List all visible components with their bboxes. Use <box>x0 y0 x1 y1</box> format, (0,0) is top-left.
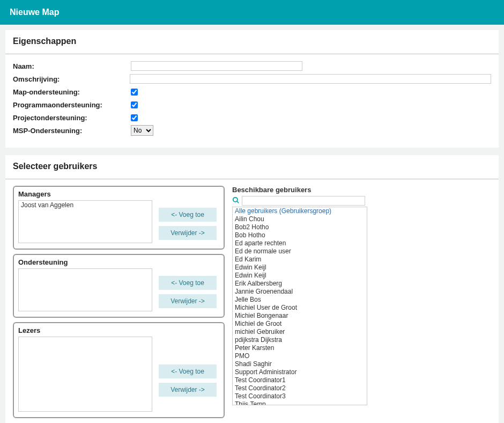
support-label: Ondersteuning <box>18 258 219 266</box>
managers-add-button[interactable]: <- Voeg toe <box>159 208 217 222</box>
available-user-item[interactable]: Support Administrator <box>233 368 367 376</box>
label-description: Omschrijving: <box>13 75 130 83</box>
available-user-item[interactable]: Edwin Keijl <box>233 272 367 280</box>
managers-listbox[interactable]: Joost van Aggelen <box>18 200 152 243</box>
available-user-item[interactable]: Michiel de Groot <box>233 320 367 328</box>
support-listbox[interactable] <box>18 268 152 311</box>
window-title: Nieuwe Map <box>0 0 504 25</box>
readers-listbox[interactable] <box>18 337 152 412</box>
readers-group: Lezers <- Voeg toe Verwijder -> <box>13 322 225 418</box>
available-user-item[interactable]: Test Coordinator2 <box>233 384 367 392</box>
available-user-item[interactable]: Michiel Bongenaar <box>233 312 367 320</box>
map-support-checkbox[interactable] <box>131 89 138 96</box>
available-users-listbox[interactable]: Alle gebruikers (Gebruikersgroep)Ailin C… <box>232 207 367 405</box>
label-msp-support: MSP-Ondersteuning: <box>13 127 131 135</box>
available-user-item[interactable]: Peter Karsten <box>233 344 367 352</box>
available-user-item[interactable]: Ailin Chou <box>233 215 367 223</box>
label-map-support: Map-ondersteuning: <box>13 88 131 96</box>
available-users-label: Beschikbare gebruikers <box>232 186 491 194</box>
managers-remove-button[interactable]: Verwijder -> <box>159 226 217 240</box>
svg-line-1 <box>237 201 239 203</box>
available-user-item[interactable]: Ed Karim <box>233 256 367 264</box>
available-user-item[interactable]: Erik Aalbersberg <box>233 280 367 288</box>
svg-point-0 <box>233 197 238 201</box>
available-user-item[interactable]: Shadi Saghir <box>233 360 367 368</box>
divider <box>5 54 499 54</box>
available-search-input[interactable] <box>242 196 365 206</box>
available-user-item[interactable]: Alle gebruikers (Gebruikersgroep) <box>233 207 367 215</box>
available-user-item[interactable]: PMO <box>233 352 367 360</box>
readers-label: Lezers <box>18 326 219 334</box>
name-input[interactable] <box>131 61 302 71</box>
readers-add-button[interactable]: <- Voeg toe <box>159 364 217 378</box>
available-user-item[interactable]: Ed aparte rechten <box>233 239 367 247</box>
available-user-item[interactable]: Thijs Temp <box>233 400 367 405</box>
available-user-item[interactable]: Bob Hotho <box>233 231 367 239</box>
users-title: Selecteer gebruikers <box>13 162 491 171</box>
list-item[interactable]: Joost van Aggelen <box>19 201 152 209</box>
label-project-support: Projectondersteuning: <box>13 114 131 122</box>
properties-title: Eigenschappen <box>13 37 491 46</box>
managers-group: Managers Joost van Aggelen <- Voeg toe V… <box>13 186 225 250</box>
support-group: Ondersteuning <- Voeg toe Verwijder -> <box>13 254 225 318</box>
description-input[interactable] <box>130 74 491 84</box>
available-user-item[interactable]: Jelle Bos <box>233 296 367 304</box>
support-add-button[interactable]: <- Voeg toe <box>159 276 217 290</box>
properties-panel: Eigenschappen Naam: Omschrijving: Map-on… <box>5 30 499 148</box>
label-name: Naam: <box>13 62 131 70</box>
available-user-item[interactable]: pdijkstra Dijkstra <box>233 336 367 344</box>
msp-support-select[interactable]: NoYes <box>131 125 153 136</box>
readers-remove-button[interactable]: Verwijder -> <box>159 383 217 397</box>
label-program-support: Programmaondersteuning: <box>13 101 131 109</box>
available-user-item[interactable]: Test Coordinator1 <box>233 376 367 384</box>
project-support-checkbox[interactable] <box>131 114 138 121</box>
managers-label: Managers <box>18 190 219 198</box>
support-remove-button[interactable]: Verwijder -> <box>159 294 217 308</box>
available-user-item[interactable]: Michiel User de Groot <box>233 304 367 312</box>
available-user-item[interactable]: Edwin Keijl <box>233 264 367 272</box>
divider <box>5 179 499 179</box>
available-user-item[interactable]: michiel Gebruiker <box>233 328 367 336</box>
available-user-item[interactable]: Bob2 Hotho <box>233 223 367 231</box>
available-user-item[interactable]: Test Coordinator3 <box>233 392 367 400</box>
search-icon <box>232 196 240 206</box>
program-support-checkbox[interactable] <box>131 101 138 108</box>
available-user-item[interactable]: Ed de normale user <box>233 247 367 256</box>
available-user-item[interactable]: Jannie Groenendaal <box>233 288 367 296</box>
users-panel: Selecteer gebruikers Managers Joost van … <box>5 155 499 423</box>
